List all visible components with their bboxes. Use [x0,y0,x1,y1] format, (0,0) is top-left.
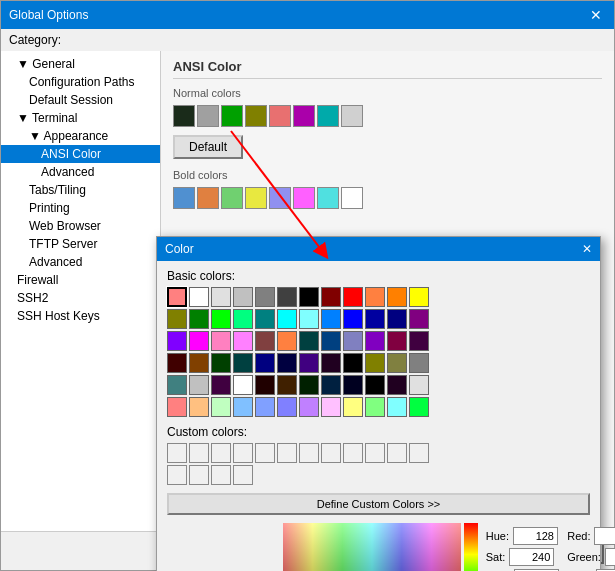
tree-item-tabs-tiling[interactable]: Tabs/Tiling [1,181,160,199]
basic-swatch-35[interactable] [409,331,429,351]
basic-swatch-37[interactable] [189,353,209,373]
green-input[interactable] [605,548,615,566]
custom-swatch-7[interactable] [321,443,341,463]
custom-swatch-11[interactable] [409,443,429,463]
tree-item-default-session[interactable]: Default Session [1,91,160,109]
bold-color-2[interactable] [221,187,243,209]
basic-swatch-54[interactable] [299,375,319,395]
basic-swatch-68[interactable] [343,397,363,417]
basic-swatch-16[interactable] [255,309,275,329]
basic-swatch-24[interactable] [167,331,187,351]
basic-swatch-4[interactable] [255,287,275,307]
basic-swatch-20[interactable] [343,309,363,329]
basic-swatch-13[interactable] [189,309,209,329]
basic-swatch-64[interactable] [255,397,275,417]
basic-swatch-41[interactable] [277,353,297,373]
custom-swatch-6[interactable] [299,443,319,463]
custom-swatch-8[interactable] [343,443,363,463]
basic-swatch-25[interactable] [189,331,209,351]
tree-item-web-browser[interactable]: Web Browser [1,217,160,235]
basic-swatch-58[interactable] [387,375,407,395]
custom-swatch-3[interactable] [233,443,253,463]
basic-swatch-61[interactable] [189,397,209,417]
basic-swatch-8[interactable] [343,287,363,307]
basic-swatch-42[interactable] [299,353,319,373]
window-close-button[interactable]: ✕ [586,7,606,23]
basic-swatch-55[interactable] [321,375,341,395]
custom-swatch-9[interactable] [365,443,385,463]
basic-swatch-3[interactable] [233,287,253,307]
basic-swatch-9[interactable] [365,287,385,307]
bold-color-0[interactable] [173,187,195,209]
basic-swatch-44[interactable] [343,353,363,373]
custom-swatch-10[interactable] [387,443,407,463]
basic-swatch-31[interactable] [321,331,341,351]
basic-swatch-45[interactable] [365,353,385,373]
custom-swatch-1[interactable] [189,443,209,463]
basic-swatch-12[interactable] [167,309,187,329]
basic-swatch-52[interactable] [255,375,275,395]
basic-swatch-26[interactable] [211,331,231,351]
define-custom-colors-button[interactable]: Define Custom Colors >> [167,493,590,515]
bold-color-6[interactable] [317,187,339,209]
custom-swatch-14[interactable] [211,465,231,485]
tree-item-ansi-color[interactable]: ANSI Color [1,145,160,163]
basic-swatch-65[interactable] [277,397,297,417]
bold-color-1[interactable] [197,187,219,209]
basic-swatch-5[interactable] [277,287,297,307]
custom-swatch-5[interactable] [277,443,297,463]
custom-swatch-0[interactable] [167,443,187,463]
basic-swatch-7[interactable] [321,287,341,307]
basic-swatch-36[interactable] [167,353,187,373]
tree-item-ssh2[interactable]: SSH2 [1,289,160,307]
normal-color-2[interactable] [221,105,243,127]
red-input[interactable] [594,527,615,545]
basic-swatch-18[interactable] [299,309,319,329]
tree-item-tftp-server[interactable]: TFTP Server [1,235,160,253]
tree-item-firewall[interactable]: Firewall [1,271,160,289]
normal-color-4[interactable] [269,105,291,127]
tree-item-advanced-appearance[interactable]: Advanced [1,163,160,181]
color-dialog-close-button[interactable]: ✕ [582,242,592,256]
basic-swatch-66[interactable] [299,397,319,417]
basic-swatch-48[interactable] [167,375,187,395]
basic-swatch-23[interactable] [409,309,429,329]
basic-swatch-33[interactable] [365,331,385,351]
normal-color-6[interactable] [317,105,339,127]
normal-color-0[interactable] [173,105,195,127]
tree-item-config-paths[interactable]: Configuration Paths [1,73,160,91]
basic-swatch-70[interactable] [387,397,407,417]
basic-swatch-34[interactable] [387,331,407,351]
basic-swatch-10[interactable] [387,287,407,307]
tree-item-general[interactable]: ▼ General [1,55,160,73]
basic-swatch-62[interactable] [211,397,231,417]
normal-color-1[interactable] [197,105,219,127]
custom-swatch-13[interactable] [189,465,209,485]
custom-swatch-4[interactable] [255,443,275,463]
tree-item-appearance[interactable]: ▼ Appearance [1,127,160,145]
basic-swatch-39[interactable] [233,353,253,373]
basic-swatch-47[interactable] [409,353,429,373]
basic-swatch-30[interactable] [299,331,319,351]
basic-swatch-43[interactable] [321,353,341,373]
basic-swatch-28[interactable] [255,331,275,351]
basic-swatch-32[interactable] [343,331,363,351]
basic-swatch-71[interactable] [409,397,429,417]
normal-color-3[interactable] [245,105,267,127]
basic-swatch-46[interactable] [387,353,407,373]
custom-swatch-15[interactable] [233,465,253,485]
basic-swatch-17[interactable] [277,309,297,329]
normal-color-7[interactable] [341,105,363,127]
basic-swatch-40[interactable] [255,353,275,373]
bold-color-7[interactable] [341,187,363,209]
basic-swatch-21[interactable] [365,309,385,329]
basic-swatch-6[interactable] [299,287,319,307]
basic-swatch-22[interactable] [387,309,407,329]
basic-swatch-57[interactable] [365,375,385,395]
basic-swatch-60[interactable] [167,397,187,417]
basic-swatch-49[interactable] [189,375,209,395]
basic-swatch-69[interactable] [365,397,385,417]
tree-item-printing[interactable]: Printing [1,199,160,217]
bold-color-5[interactable] [293,187,315,209]
basic-swatch-67[interactable] [321,397,341,417]
